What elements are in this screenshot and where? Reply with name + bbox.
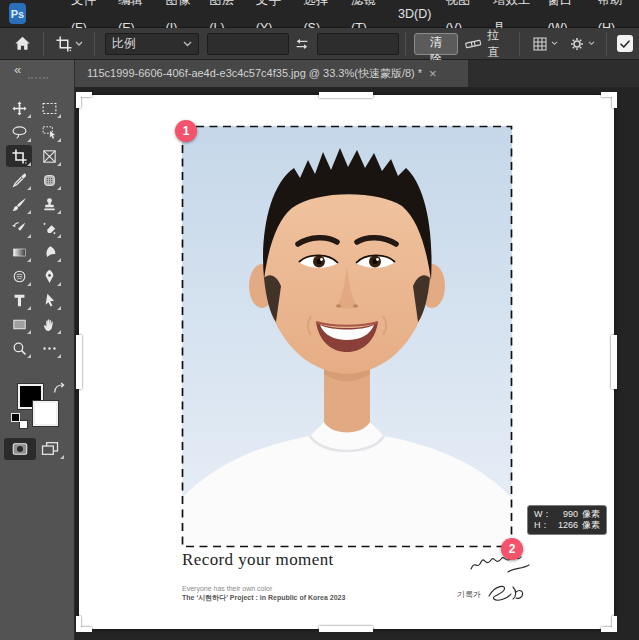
crop-width-input[interactable]	[207, 33, 289, 55]
menu-3d[interactable]: 3D(D)	[391, 0, 438, 28]
edit-toolbar-icon[interactable]	[36, 337, 62, 359]
divider	[519, 32, 520, 56]
straighten-label: 拉直	[487, 27, 509, 61]
tool-panel: «	[0, 60, 75, 640]
photoshop-logo: Ps	[9, 3, 26, 24]
photo-card-title: Record your moment	[182, 550, 334, 570]
portrait-photo	[182, 126, 512, 547]
rectangle-tool[interactable]	[6, 313, 32, 335]
width-unit: 像素	[582, 509, 600, 520]
document-title: 115c1999-6606-406f-ae4d-e3c4c57c4f35.jpg…	[87, 66, 422, 81]
default-colors-icon[interactable]	[11, 413, 28, 429]
handwriting-mark	[468, 551, 532, 575]
collapse-panel-icon[interactable]: «	[14, 62, 21, 77]
zoom-tool[interactable]	[6, 337, 32, 359]
crop-tool[interactable]	[6, 145, 32, 167]
brush-tool[interactable]	[6, 193, 32, 215]
document-tab-bar: 115c1999-6606-406f-ae4d-e3c4c57c4f35.jpg…	[75, 60, 639, 87]
color-swatches	[0, 384, 75, 438]
type-tool[interactable]	[6, 289, 32, 311]
smudge-tool[interactable]	[36, 241, 62, 263]
divider	[43, 32, 44, 56]
hand-tool[interactable]	[36, 313, 62, 335]
crop-height-input[interactable]	[317, 33, 399, 55]
height-label: H：	[534, 520, 550, 531]
aspect-ratio-select[interactable]: 比例	[105, 33, 199, 55]
dodge-tool[interactable]	[6, 265, 32, 287]
swap-colors-icon[interactable]	[52, 382, 66, 395]
document-page[interactable]: Record your moment Everyone has their ow…	[79, 95, 614, 629]
photo-card-line1: Everyone has their own color	[182, 584, 345, 593]
chevron-down-icon	[183, 41, 192, 47]
crop-handle-bottom-middle[interactable]	[319, 626, 373, 632]
divider	[94, 32, 95, 56]
swap-dimensions-icon[interactable]	[289, 31, 315, 57]
annotation-badge-2: 2	[501, 538, 523, 560]
rectangular-marquee-tool[interactable]	[36, 97, 62, 119]
frame-tool[interactable]	[36, 145, 62, 167]
crop-handle-middle-left[interactable]	[76, 335, 82, 389]
pen-tool[interactable]	[36, 265, 62, 287]
spot-healing-brush-tool[interactable]	[36, 169, 62, 191]
lasso-tool[interactable]	[6, 121, 32, 143]
straighten-button[interactable]: 拉直	[460, 27, 513, 61]
crop-tool-preset-icon[interactable]	[50, 31, 88, 57]
quick-mask-button[interactable]	[4, 438, 36, 460]
straighten-level-icon	[464, 36, 482, 52]
eraser-tool[interactable]	[36, 217, 62, 239]
crop-size-tooltip: W： 990 像素 H： 1266 像素	[527, 505, 607, 535]
aspect-ratio-value: 比例	[112, 35, 183, 52]
divider	[405, 32, 406, 56]
document-tab[interactable]: 115c1999-6606-406f-ae4d-e3c4c57c4f35.jpg…	[75, 60, 468, 87]
crop-handle-top-left[interactable]	[76, 92, 92, 108]
quick-mask-icon	[11, 441, 29, 457]
crop-handle-top-middle[interactable]	[319, 92, 373, 98]
canvas-area: Record your moment Everyone has their ow…	[75, 87, 639, 640]
crop-handle-middle-right[interactable]	[611, 335, 617, 389]
object-selection-tool[interactable]	[36, 121, 62, 143]
eyedropper-tool[interactable]	[6, 169, 32, 191]
photo-card-credit: 기록가	[457, 589, 481, 600]
height-unit: 像素	[582, 520, 600, 531]
crop-handle-bottom-right[interactable]	[601, 616, 617, 632]
chevron-down-icon	[588, 41, 595, 46]
annotation-badge-1: 1	[175, 120, 197, 142]
crop-settings-gear-icon[interactable]	[563, 31, 600, 57]
width-label: W：	[534, 509, 550, 520]
width-value: 990	[550, 509, 578, 520]
background-color-swatch[interactable]	[33, 401, 58, 426]
overlay-options-icon[interactable]	[526, 31, 563, 57]
path-selection-tool[interactable]	[36, 289, 62, 311]
clear-button[interactable]: 清除	[414, 33, 458, 55]
crop-options-bar: 比例 清除 拉直	[0, 28, 639, 60]
chevron-down-icon	[75, 41, 83, 47]
photo-card-line2: The ‘시현하다’ Project : in Republic of Kore…	[182, 593, 345, 602]
crop-handle-bottom-left[interactable]	[76, 616, 92, 632]
clone-stamp-tool[interactable]	[36, 193, 62, 215]
home-icon[interactable]	[8, 31, 37, 57]
history-brush-tool[interactable]	[6, 217, 32, 239]
crop-handle-top-right[interactable]	[601, 92, 617, 108]
photoshop-window: Ps 文件(F) 编辑(E) 图像(I) 图层(L) 文字(Y) 选择(S) 滤…	[0, 0, 639, 640]
signature-autograph	[483, 582, 531, 602]
commit-crop-check-icon[interactable]	[617, 35, 633, 52]
chevron-down-icon	[551, 41, 558, 46]
screen-mode-icon[interactable]	[40, 440, 60, 457]
menu-bar: Ps 文件(F) 编辑(E) 图像(I) 图层(L) 文字(Y) 选择(S) 滤…	[0, 0, 639, 28]
photo-card-subtitle: Everyone has their own color The ‘시현하다’ …	[182, 584, 345, 602]
tab-close-icon[interactable]: ×	[429, 60, 437, 87]
height-value: 1266	[550, 520, 578, 531]
divider	[606, 32, 607, 56]
move-tool[interactable]	[6, 97, 32, 119]
panel-grip[interactable]	[28, 77, 48, 79]
gradient-tool[interactable]	[6, 241, 32, 263]
